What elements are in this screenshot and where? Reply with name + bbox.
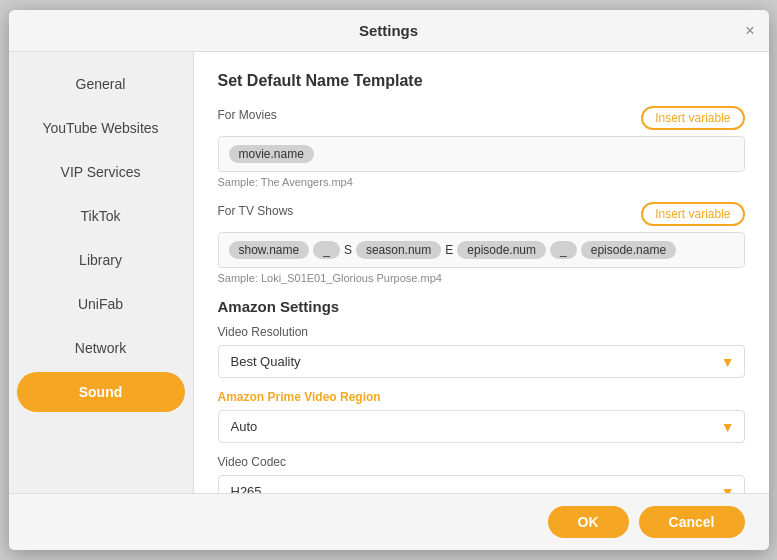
movie-name-tag: movie.name [229,145,314,163]
separator-tag-2: _ [550,241,577,259]
sidebar-item-unifab[interactable]: UniFab [17,284,185,324]
sidebar-item-youtube-websites[interactable]: YouTube Websites [17,108,185,148]
main-content-wrapper: Set Default Name Template For Movies Ins… [194,52,769,493]
sidebar-item-tiktok[interactable]: TikTok [17,196,185,236]
dialog-footer: OK Cancel [9,493,769,550]
amazon-prime-region-label: Amazon Prime Video Region [218,390,745,404]
sidebar: General YouTube Websites VIP Services Ti… [9,52,194,493]
main-content: Set Default Name Template For Movies Ins… [194,52,769,493]
episode-name-tag: episode.name [581,241,676,259]
sidebar-item-network[interactable]: Network [17,328,185,368]
e-label: E [445,243,453,257]
ok-button[interactable]: OK [548,506,629,538]
insert-variable-movies-button[interactable]: Insert variable [641,106,744,130]
tvshows-sample: Sample: Loki_S01E01_Glorious Purpose.mp4 [218,272,745,284]
cancel-button[interactable]: Cancel [639,506,745,538]
dialog-title: Settings [359,22,418,39]
sidebar-item-library[interactable]: Library [17,240,185,280]
tvshows-row-header: For TV Shows Insert variable [218,202,745,226]
insert-variable-tvshows-button[interactable]: Insert variable [641,202,744,226]
video-codec-select[interactable]: H265 H264 AV1 [218,475,745,493]
section-title: Set Default Name Template [218,72,745,90]
episode-num-tag: episode.num [457,241,546,259]
movies-sample: Sample: The Avengers.mp4 [218,176,745,188]
for-tv-shows-label: For TV Shows [218,204,294,218]
settings-dialog: Settings × General YouTube Websites VIP … [9,10,769,550]
video-codec-wrapper: H265 H264 AV1 ▼ [218,475,745,493]
close-button[interactable]: × [745,22,754,40]
amazon-section-title: Amazon Settings [218,298,745,315]
movies-template-field: movie.name [218,136,745,172]
show-name-tag: show.name [229,241,310,259]
separator-tag-1: _ [313,241,340,259]
video-codec-label: Video Codec [218,455,745,469]
movies-row-header: For Movies Insert variable [218,106,745,130]
video-resolution-label: Video Resolution [218,325,745,339]
dialog-body: General YouTube Websites VIP Services Ti… [9,52,769,493]
season-num-tag: season.num [356,241,441,259]
video-resolution-select[interactable]: Best Quality 1080p 720p 480p [218,345,745,378]
sidebar-item-general[interactable]: General [17,64,185,104]
video-resolution-wrapper: Best Quality 1080p 720p 480p ▼ [218,345,745,378]
tvshows-template-field: show.name _ S season.num E episode.num _… [218,232,745,268]
amazon-prime-region-wrapper: Auto US UK DE JP ▼ [218,410,745,443]
sidebar-item-sound[interactable]: Sound [17,372,185,412]
for-movies-label: For Movies [218,108,277,122]
title-bar: Settings × [9,10,769,52]
sidebar-item-vip-services[interactable]: VIP Services [17,152,185,192]
s-label: S [344,243,352,257]
amazon-prime-region-select[interactable]: Auto US UK DE JP [218,410,745,443]
